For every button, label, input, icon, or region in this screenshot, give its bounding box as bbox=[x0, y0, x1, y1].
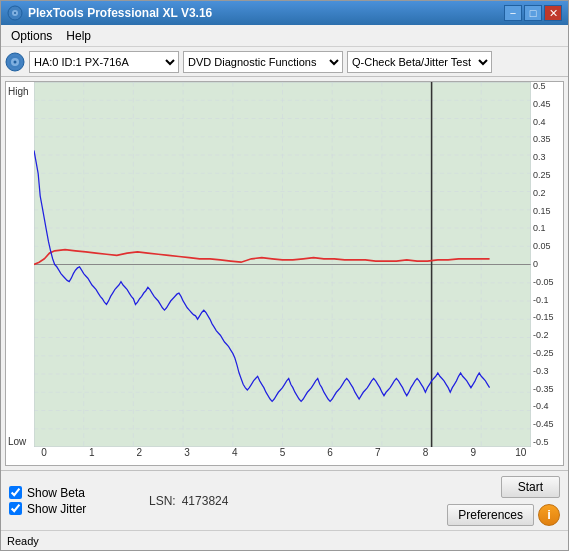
show-jitter-checkbox[interactable] bbox=[9, 502, 22, 515]
x-label-9: 9 bbox=[463, 447, 483, 458]
app-icon bbox=[7, 5, 23, 21]
x-label-4: 4 bbox=[225, 447, 245, 458]
bottom-right: Start Preferences i bbox=[447, 476, 560, 526]
x-label-3: 3 bbox=[177, 447, 197, 458]
show-jitter-row: Show Jitter bbox=[9, 502, 129, 516]
x-label-0: 0 bbox=[34, 447, 54, 458]
status-bar: Ready bbox=[1, 530, 568, 550]
status-text: Ready bbox=[7, 535, 39, 547]
show-beta-label: Show Beta bbox=[27, 486, 85, 500]
drive-select[interactable]: HA:0 ID:1 PX-716A bbox=[29, 51, 179, 73]
menu-help[interactable]: Help bbox=[60, 27, 97, 45]
x-label-8: 8 bbox=[416, 447, 436, 458]
main-window: PlexTools Professional XL V3.16 − □ ✕ Op… bbox=[0, 0, 569, 551]
title-bar-left: PlexTools Professional XL V3.16 bbox=[7, 5, 212, 21]
lsn-label: LSN: bbox=[149, 494, 176, 508]
x-label-7: 7 bbox=[368, 447, 388, 458]
preferences-button[interactable]: Preferences bbox=[447, 504, 534, 526]
bottom-bar: Show Beta Show Jitter LSN: 4173824 Start… bbox=[1, 470, 568, 530]
test-select[interactable]: Q-Check Beta/Jitter Test bbox=[347, 51, 492, 73]
show-beta-checkbox[interactable] bbox=[9, 486, 22, 499]
toolbar: HA:0 ID:1 PX-716A DVD Diagnostic Functio… bbox=[1, 47, 568, 77]
close-button[interactable]: ✕ bbox=[544, 5, 562, 21]
window-title: PlexTools Professional XL V3.16 bbox=[28, 6, 212, 20]
chart-svg bbox=[34, 82, 531, 447]
chart-label-low: Low bbox=[8, 436, 26, 447]
drive-icon bbox=[5, 52, 25, 72]
minimize-button[interactable]: − bbox=[504, 5, 522, 21]
show-jitter-label: Show Jitter bbox=[27, 502, 86, 516]
menu-bar: Options Help bbox=[1, 25, 568, 47]
chart-label-high: High bbox=[8, 86, 29, 97]
menu-options[interactable]: Options bbox=[5, 27, 58, 45]
lsn-area: LSN: 4173824 bbox=[149, 494, 228, 508]
x-label-2: 2 bbox=[129, 447, 149, 458]
chart-y-axis-right: 0.5 0.45 0.4 0.35 0.3 0.25 0.2 0.15 0.1 … bbox=[531, 82, 563, 447]
maximize-button[interactable]: □ bbox=[524, 5, 542, 21]
x-label-1: 1 bbox=[82, 447, 102, 458]
x-label-10: 10 bbox=[511, 447, 531, 458]
chart-x-axis: 0 1 2 3 4 5 6 7 8 9 10 bbox=[34, 447, 531, 465]
info-button[interactable]: i bbox=[538, 504, 560, 526]
chart-canvas bbox=[34, 82, 531, 447]
svg-point-2 bbox=[14, 12, 16, 14]
checkboxes: Show Beta Show Jitter bbox=[9, 486, 129, 516]
x-label-6: 6 bbox=[320, 447, 340, 458]
show-beta-row: Show Beta bbox=[9, 486, 129, 500]
title-bar-buttons: − □ ✕ bbox=[504, 5, 562, 21]
function-select[interactable]: DVD Diagnostic Functions bbox=[183, 51, 343, 73]
x-label-5: 5 bbox=[272, 447, 292, 458]
chart-area: High Low 0.5 0.45 0.4 0.35 0.3 0.25 0.2 … bbox=[5, 81, 564, 466]
svg-point-5 bbox=[14, 60, 17, 63]
start-button[interactable]: Start bbox=[501, 476, 560, 498]
lsn-value: 4173824 bbox=[182, 494, 229, 508]
bottom-buttons: Preferences i bbox=[447, 504, 560, 526]
title-bar: PlexTools Professional XL V3.16 − □ ✕ bbox=[1, 1, 568, 25]
